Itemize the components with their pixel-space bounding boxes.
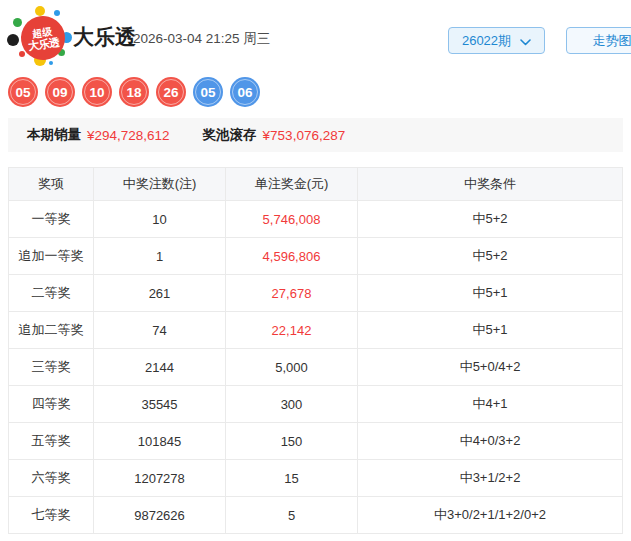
prize-condition-cell: 中3+0/2+1/1+2/0+2 <box>358 497 623 534</box>
prize-table-header-row: 奖项 中奖注数(注) 单注奖金(元) 中奖条件 <box>9 168 623 201</box>
prize-table-row: 五等奖 101845 150 中4+0/3+2 <box>9 423 623 460</box>
lottery-ball: 18 <box>119 77 149 107</box>
prize-amount-cell: 5,746,008 <box>226 201 358 238</box>
prize-name-cell: 五等奖 <box>9 423 94 460</box>
prize-amount-cell: 5,000 <box>226 349 358 386</box>
super-lotto-logo: 超级 大乐透 <box>8 5 72 65</box>
prize-count-cell: 2144 <box>94 349 226 386</box>
pool-value: ¥753,076,287 <box>263 128 346 143</box>
lottery-ball: 05 <box>8 77 38 107</box>
logo-dot <box>7 34 19 46</box>
prize-count-cell: 74 <box>94 312 226 349</box>
prize-name-cell: 六等奖 <box>9 460 94 497</box>
prize-condition-cell: 中5+1 <box>358 275 623 312</box>
prize-count-cell: 101845 <box>94 423 226 460</box>
draw-datetime: 2026-03-04 21:25 周三 <box>133 30 270 48</box>
prize-table-row: 七等奖 9872626 5 中3+0/2+1/1+2/0+2 <box>9 497 623 534</box>
lottery-ball: 09 <box>45 77 75 107</box>
prize-condition-cell: 中5+0/4+2 <box>358 349 623 386</box>
prize-count-cell: 9872626 <box>94 497 226 534</box>
logo-dot <box>13 18 22 27</box>
lottery-ball: 06 <box>230 77 260 107</box>
prize-condition-cell: 中4+1 <box>358 386 623 423</box>
prize-table-row: 一等奖 10 5,746,008 中5+2 <box>9 201 623 238</box>
sales-value: ¥294,728,612 <box>87 128 170 143</box>
summary-bar: 本期销量 ¥294,728,612 奖池滚存 ¥753,076,287 <box>8 118 623 152</box>
prize-amount-cell: 27,678 <box>226 275 358 312</box>
lottery-ball: 10 <box>82 77 112 107</box>
prize-table-row: 三等奖 2144 5,000 中5+0/4+2 <box>9 349 623 386</box>
drawn-numbers: 05091018260506 <box>8 77 260 107</box>
prize-count-cell: 35545 <box>94 386 226 423</box>
prize-count-cell: 1 <box>94 238 226 275</box>
prize-amount-cell: 15 <box>226 460 358 497</box>
prize-table: 奖项 中奖注数(注) 单注奖金(元) 中奖条件 一等奖 10 5,746,008… <box>8 167 623 534</box>
prize-condition-cell: 中5+2 <box>358 201 623 238</box>
trend-chart-button[interactable]: 走势图 <box>566 27 631 54</box>
prize-amount-cell: 5 <box>226 497 358 534</box>
col-header-amount: 单注奖金(元) <box>226 168 358 201</box>
lottery-result-page: 超级 大乐透 大乐透 2026-03-04 21:25 周三 26022期 走势… <box>0 0 631 541</box>
chevron-down-icon <box>520 34 531 49</box>
prize-name-cell: 七等奖 <box>9 497 94 534</box>
prize-name-cell: 追加一等奖 <box>9 238 94 275</box>
prize-table-row: 六等奖 1207278 15 中3+1/2+2 <box>9 460 623 497</box>
lottery-ball: 05 <box>193 77 223 107</box>
col-header-condition: 中奖条件 <box>358 168 623 201</box>
logo-dot <box>54 10 60 16</box>
prize-condition-cell: 中5+2 <box>358 238 623 275</box>
prize-table-row: 二等奖 261 27,678 中5+1 <box>9 275 623 312</box>
logo-dot <box>19 51 25 57</box>
prize-table-row: 追加一等奖 1 4,596,806 中5+2 <box>9 238 623 275</box>
prize-count-cell: 261 <box>94 275 226 312</box>
col-header-count: 中奖注数(注) <box>94 168 226 201</box>
prize-name-cell: 一等奖 <box>9 201 94 238</box>
prize-amount-cell: 22,142 <box>226 312 358 349</box>
prize-count-cell: 10 <box>94 201 226 238</box>
prize-count-cell: 1207278 <box>94 460 226 497</box>
prize-table-row: 追加二等奖 74 22,142 中5+1 <box>9 312 623 349</box>
logo-dot <box>35 6 45 16</box>
prize-amount-cell: 4,596,806 <box>226 238 358 275</box>
prize-name-cell: 四等奖 <box>9 386 94 423</box>
issue-dropdown-label: 26022期 <box>462 32 511 50</box>
prize-name-cell: 追加二等奖 <box>9 312 94 349</box>
prize-table-row: 四等奖 35545 300 中4+1 <box>9 386 623 423</box>
page-title: 大乐透 <box>73 23 136 51</box>
prize-condition-cell: 中3+1/2+2 <box>358 460 623 497</box>
logo-dot <box>49 61 53 65</box>
prize-name-cell: 二等奖 <box>9 275 94 312</box>
prize-table-body: 一等奖 10 5,746,008 中5+2 追加一等奖 1 4,596,806 … <box>9 201 623 534</box>
prize-amount-cell: 150 <box>226 423 358 460</box>
lottery-ball: 26 <box>156 77 186 107</box>
pool-label: 奖池滚存 <box>203 126 257 144</box>
col-header-prize: 奖项 <box>9 168 94 201</box>
prize-condition-cell: 中4+0/3+2 <box>358 423 623 460</box>
prize-amount-cell: 300 <box>226 386 358 423</box>
sales-label: 本期销量 <box>27 126 81 144</box>
issue-dropdown[interactable]: 26022期 <box>448 27 545 54</box>
prize-name-cell: 三等奖 <box>9 349 94 386</box>
prize-condition-cell: 中5+1 <box>358 312 623 349</box>
